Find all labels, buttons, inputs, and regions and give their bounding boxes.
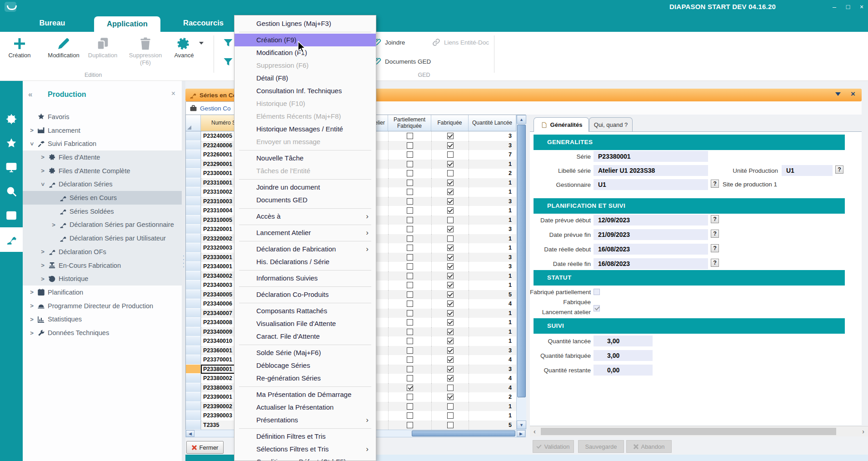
sidebar-item-favoris[interactable]: Favoris bbox=[23, 110, 182, 124]
row-selector[interactable] bbox=[186, 318, 201, 327]
row-selector[interactable] bbox=[186, 225, 201, 234]
fabriquee-checkbox[interactable] bbox=[447, 412, 454, 419]
row-selector[interactable] bbox=[186, 131, 201, 141]
fabriquee-checkbox[interactable] bbox=[447, 217, 454, 223]
sidebar-item-d-claration-s-ries-par-utilisateur[interactable]: Déclaration Séries par Utilisateur bbox=[23, 231, 182, 245]
fabriquee-checkbox[interactable] bbox=[447, 142, 454, 149]
row-selector[interactable] bbox=[186, 355, 201, 365]
chevron-right-icon[interactable]: > bbox=[29, 127, 35, 134]
sidebar-item-s-ries-en-cours[interactable]: Séries en Cours bbox=[23, 191, 182, 205]
avance-gear-icon[interactable] bbox=[176, 36, 190, 51]
sidebar-item-files-d-attente[interactable]: >Files d'Attente bbox=[23, 150, 182, 164]
tab-application[interactable]: Application bbox=[94, 16, 160, 32]
fabriquee-checkbox[interactable] bbox=[447, 385, 454, 391]
partiellement-fabriquee-checkbox[interactable] bbox=[407, 245, 413, 251]
row-selector[interactable] bbox=[186, 281, 201, 290]
partiellement-fabriquee-checkbox[interactable] bbox=[407, 403, 413, 410]
partiellement-fabriquee-checkbox[interactable] bbox=[407, 394, 413, 400]
fabriquee-checkbox[interactable] bbox=[447, 198, 454, 205]
row-selector[interactable] bbox=[186, 197, 201, 206]
menu-item-caract-file-d-attente[interactable]: Caract. File d'Attente bbox=[234, 330, 376, 343]
tab-generalites[interactable]: Généralités bbox=[534, 117, 589, 132]
partiellement-fabriquee-checkbox[interactable] bbox=[407, 338, 413, 344]
partiellement-fabriquee-checkbox[interactable] bbox=[407, 170, 413, 176]
partiellement-fabriquee-checkbox[interactable] bbox=[407, 310, 413, 316]
sidebar-item-suivi-fabrication[interactable]: >Suivi Fabrication bbox=[23, 137, 182, 150]
gestionnaire-help-button[interactable]: ? bbox=[711, 180, 719, 188]
monitor-icon[interactable] bbox=[5, 161, 17, 173]
partiellement-fabriquee-checkbox[interactable] bbox=[407, 385, 413, 391]
menu-item-visualisation-file-d-attente[interactable]: Visualisation File d'Attente bbox=[234, 317, 376, 330]
menu-item-informations-suivies[interactable]: Informations Suivies bbox=[234, 272, 376, 285]
panel-splitter[interactable] bbox=[182, 81, 185, 461]
chevron-down-icon[interactable]: > bbox=[29, 141, 35, 146]
partiellement-fabriquee-checkbox[interactable] bbox=[407, 142, 413, 149]
row-selector[interactable] bbox=[186, 243, 201, 253]
date-reelle-fin-field[interactable]: 16/08/2023 bbox=[594, 258, 708, 269]
scroll-up-icon[interactable]: ▲ bbox=[517, 115, 526, 124]
sidebar-item-planification[interactable]: >Planification bbox=[23, 286, 182, 299]
fabriquee-checkbox[interactable] bbox=[447, 319, 454, 326]
chevron-right-icon[interactable]: > bbox=[40, 167, 45, 174]
sidebar-item-historique[interactable]: >Historique bbox=[23, 272, 182, 286]
row-selector[interactable] bbox=[186, 374, 201, 383]
row-selector[interactable] bbox=[186, 365, 201, 374]
quantite-restante-field[interactable]: 0,00 bbox=[594, 365, 653, 376]
serie-field[interactable]: P23380001 bbox=[594, 151, 708, 162]
menu-item-lancement-atelier[interactable]: Lancement Atelier› bbox=[234, 226, 376, 239]
fabrique-partiellement-checkbox[interactable] bbox=[594, 289, 600, 295]
row-selector[interactable] bbox=[186, 392, 201, 402]
fabriquee-checkbox[interactable] bbox=[447, 422, 454, 428]
date-reelle-debut-field[interactable]: 16/08/2023 bbox=[594, 244, 708, 255]
fabriquee-checkbox[interactable] bbox=[447, 329, 454, 335]
menu-item-his-d-clarations-s-rie[interactable]: His. Déclarations / Série bbox=[234, 256, 376, 268]
vscroll-thumb[interactable] bbox=[517, 125, 526, 397]
fabriquee-checkbox[interactable] bbox=[447, 394, 454, 400]
sidebar-item-statistiques[interactable]: >Statistiques bbox=[23, 313, 182, 326]
partiellement-fabriquee-checkbox[interactable] bbox=[407, 366, 413, 372]
fabriquee-checkbox[interactable] bbox=[447, 273, 454, 279]
columns-icon[interactable] bbox=[5, 210, 17, 221]
date-prevue-debut-help[interactable]: ? bbox=[711, 215, 719, 223]
unite-help-button[interactable]: ? bbox=[835, 165, 843, 174]
menu-item-d-blocage-s-ries[interactable]: Déblocage Séries bbox=[234, 359, 376, 372]
chevron-right-icon[interactable]: > bbox=[40, 262, 45, 269]
sidebar-item-d-claration-s-ries-par-gestionnaire[interactable]: >Déclaration Séries par Gestionnaire bbox=[23, 218, 182, 232]
avance-dropdown-icon[interactable] bbox=[199, 42, 204, 45]
row-selector[interactable] bbox=[186, 150, 201, 160]
chevron-right-icon[interactable]: > bbox=[40, 248, 45, 255]
fabriquee-checkbox[interactable] bbox=[447, 347, 454, 354]
collapse-panel-icon[interactable]: « bbox=[28, 90, 32, 99]
helm-icon[interactable] bbox=[5, 113, 17, 125]
partiellement-fabriquee-checkbox[interactable] bbox=[407, 273, 413, 279]
row-selector[interactable] bbox=[186, 160, 201, 169]
menu-item-actualiser-la-pr-sentation[interactable]: Actualiser la Présentation bbox=[234, 401, 376, 414]
fabriquee-checkbox[interactable] bbox=[447, 254, 454, 261]
favorites-star-icon[interactable] bbox=[5, 137, 17, 149]
row-selector[interactable] bbox=[186, 402, 201, 411]
chevron-right-icon[interactable]: > bbox=[29, 302, 35, 309]
menu-item-documents-ged[interactable]: Documents GED bbox=[234, 194, 376, 206]
fabriquee-checkbox[interactable] bbox=[447, 263, 454, 270]
fabriquee-checkbox[interactable] bbox=[447, 366, 454, 372]
panel-scroll-right-icon[interactable]: › bbox=[862, 428, 864, 435]
row-selector[interactable] bbox=[186, 215, 201, 225]
grid-select-all-header[interactable] bbox=[186, 115, 201, 131]
partiellement-fabriquee-checkbox[interactable] bbox=[407, 151, 413, 158]
menu-item-d-finition-filtres-et-tris[interactable]: Définition Filtres et Tris bbox=[234, 430, 376, 443]
partiellement-fabriquee-checkbox[interactable] bbox=[407, 254, 413, 261]
fabriquee-checkbox[interactable] bbox=[447, 291, 454, 298]
row-selector[interactable] bbox=[186, 309, 201, 318]
menu-item-ma-pr-sentation-de-d-marrage[interactable]: Ma Présentation de Démarrage bbox=[234, 388, 376, 401]
menu-item-d-tail-f8-[interactable]: Détail (F8) bbox=[234, 72, 376, 85]
menu-item-historique-messages-entit-[interactable]: Historique Messages / Entité bbox=[234, 123, 376, 135]
fabriquee-checkbox[interactable] bbox=[447, 310, 454, 316]
row-selector[interactable] bbox=[186, 383, 201, 393]
menu-item-d-claration-de-fabrication[interactable]: Déclaration de Fabrication› bbox=[234, 243, 376, 256]
fabriquee-checkbox[interactable] bbox=[447, 207, 454, 214]
production-module-active[interactable] bbox=[0, 227, 23, 252]
partiellement-fabriquee-checkbox[interactable] bbox=[407, 356, 413, 363]
menu-item-nouvelle-t-che[interactable]: Nouvelle Tâche bbox=[234, 152, 376, 165]
search-icon[interactable] bbox=[5, 185, 17, 197]
chevron-right-icon[interactable]: > bbox=[51, 221, 56, 228]
